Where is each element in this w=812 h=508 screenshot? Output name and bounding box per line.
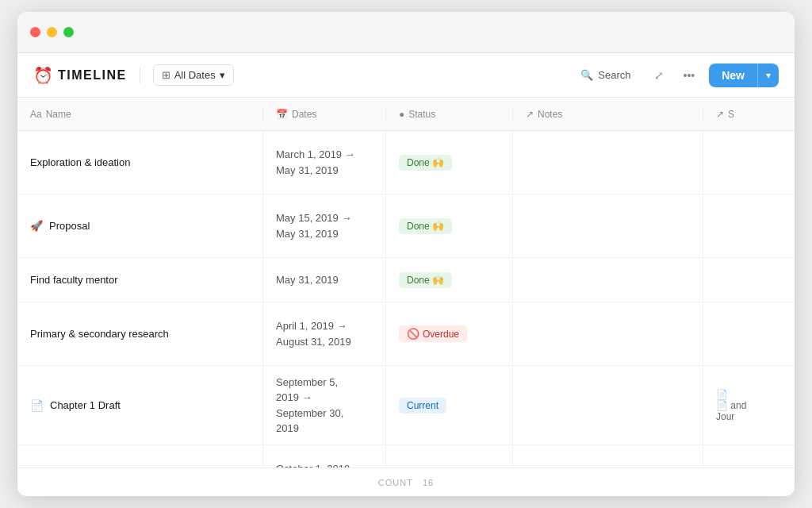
- cell-status-1: Done 🙌: [386, 131, 513, 194]
- status-badge-overdue: 🚫 Overdue: [399, 325, 467, 342]
- cell-s-1: [703, 131, 795, 194]
- cell-notes-4: [513, 302, 703, 365]
- cell-status-5: Current: [386, 366, 513, 444]
- cell-notes-5: [513, 366, 703, 444]
- col-dates-label: Dates: [292, 109, 316, 120]
- search-button[interactable]: 🔍 Search: [571, 64, 640, 86]
- cell-name-1: Exploration & ideation: [17, 131, 263, 194]
- titlebar: [17, 12, 795, 53]
- chevron-down-icon: ▾: [220, 69, 225, 81]
- minimize-button[interactable]: [47, 27, 57, 37]
- dropdown-arrow-icon: ▾: [766, 70, 771, 81]
- new-dropdown-button[interactable]: ▾: [757, 64, 779, 87]
- toolbar: ⏰ TIMELINE ⊞ All Dates ▾ 🔍 Search ⤢ ••• …: [17, 53, 795, 98]
- col-status-label: Status: [408, 109, 435, 120]
- proposal-icon: 🚀: [30, 220, 43, 232]
- table-row: Find faculty mentor May 31, 2019 Done 🙌: [17, 258, 795, 302]
- close-button[interactable]: [30, 27, 40, 37]
- row-4-name: Primary & secondary research: [30, 328, 169, 340]
- status-badge-done-1: Done 🙌: [399, 155, 452, 171]
- col-header-name[interactable]: Aa Name: [17, 109, 263, 120]
- cell-notes-6: [513, 445, 703, 468]
- search-label: Search: [598, 69, 630, 81]
- table-row: 📄 Chapter 2 Draft October 1, 2019 →Octob…: [17, 445, 795, 468]
- col-notes-label: Notes: [538, 109, 562, 120]
- doc-icon-1: 📄: [30, 399, 44, 412]
- col-header-status[interactable]: ● Status: [386, 109, 513, 120]
- new-button[interactable]: New: [709, 64, 757, 87]
- app-logo: ⏰ TIMELINE: [33, 66, 127, 85]
- s-arrow-icon: ↗: [716, 109, 724, 120]
- col-s-label: S: [728, 109, 734, 120]
- row-4-dates: April 1, 2019 →August 31, 2019: [276, 318, 351, 349]
- toolbar-divider: [140, 67, 140, 83]
- row-2-name: Proposal: [49, 220, 90, 232]
- cell-s-4: [703, 302, 795, 365]
- status-badge-done-3: Done 🙌: [399, 272, 452, 288]
- cell-notes-1: [513, 131, 703, 194]
- row-1-dates: March 1, 2019 →May 31, 2019: [276, 147, 355, 178]
- row-3-dates: May 31, 2019: [276, 272, 339, 288]
- cell-name-2: 🚀 Proposal: [17, 194, 263, 257]
- cell-name-5: 📄 Chapter 1 Draft: [17, 366, 263, 444]
- row-1-name: Exploration & ideation: [30, 156, 130, 168]
- expand-icon: ⤢: [654, 69, 664, 82]
- col-header-dates[interactable]: 📅 Dates: [263, 109, 386, 120]
- table-row: 🚀 Proposal May 15, 2019 →May 31, 2019 Do…: [17, 194, 795, 258]
- column-headers: Aa Name 📅 Dates ● Status ↗ Notes ↗ S: [17, 98, 795, 131]
- count-value: 16: [423, 478, 434, 487]
- footer: COUNT 16: [17, 468, 795, 496]
- all-dates-label: All Dates: [174, 69, 216, 81]
- col-header-notes[interactable]: ↗ Notes: [513, 109, 703, 120]
- cell-status-6: Upcoming: [386, 445, 513, 468]
- all-dates-button[interactable]: ⊞ All Dates ▾: [153, 64, 234, 86]
- cell-dates-5: September 5,2019 →September 30,2019: [263, 366, 386, 444]
- cell-dates-1: March 1, 2019 →May 31, 2019: [263, 131, 386, 194]
- row-5-name: Chapter 1 Draft: [50, 399, 121, 411]
- cell-dates-2: May 15, 2019 →May 31, 2019: [263, 194, 386, 257]
- cell-dates-3: May 31, 2019: [263, 258, 386, 302]
- row-5-dates: September 5,2019 →September 30,2019: [276, 375, 343, 437]
- cell-name-6: 📄 Chapter 2 Draft: [17, 445, 263, 468]
- cell-status-3: Done 🙌: [386, 258, 513, 302]
- grid-icon: ⊞: [162, 69, 170, 81]
- calendar-icon: 📅: [276, 109, 288, 120]
- app-window: ⏰ TIMELINE ⊞ All Dates ▾ 🔍 Search ⤢ ••• …: [17, 12, 795, 496]
- cell-s-3: [703, 258, 795, 302]
- row-5-s: 📄📄 andJour: [716, 389, 746, 422]
- more-button[interactable]: •••: [678, 64, 699, 87]
- col-header-s[interactable]: ↗ S: [703, 109, 795, 120]
- count-text: COUNT 16: [378, 478, 434, 487]
- new-button-group: New ▾: [709, 64, 779, 87]
- cell-s-2: [703, 194, 795, 257]
- cell-notes-3: [513, 258, 703, 302]
- status-badge-current: Current: [399, 398, 446, 414]
- table-row: Primary & secondary research April 1, 20…: [17, 302, 795, 366]
- expand-button[interactable]: ⤢: [649, 64, 668, 87]
- status-circle-icon: ●: [399, 109, 404, 120]
- overdue-icon: 🚫: [407, 328, 419, 340]
- traffic-lights: [30, 27, 74, 37]
- more-icon: •••: [683, 69, 695, 82]
- status-badge-done-2: Done 🙌: [399, 218, 452, 234]
- row-2-dates: May 15, 2019 →May 31, 2019: [276, 210, 351, 241]
- table-row: 📄 Chapter 1 Draft September 5,2019 →Sept…: [17, 366, 795, 445]
- cell-s-6: 📄 and: [703, 445, 795, 468]
- cell-dates-4: April 1, 2019 →August 31, 2019: [263, 302, 386, 365]
- cell-status-4: 🚫 Overdue: [386, 302, 513, 365]
- app-title: TIMELINE: [58, 68, 127, 83]
- table-body: Exploration & ideation March 1, 2019 →Ma…: [17, 131, 795, 468]
- maximize-button[interactable]: [63, 27, 74, 37]
- col-name-label: Name: [46, 109, 71, 120]
- app-icon: ⏰: [33, 66, 53, 85]
- text-icon: Aa: [30, 109, 42, 120]
- cell-status-2: Done 🙌: [386, 194, 513, 257]
- table-row: Exploration & ideation March 1, 2019 →Ma…: [17, 131, 795, 194]
- cell-name-3: Find faculty mentor: [17, 258, 263, 302]
- notes-arrow-icon: ↗: [526, 109, 534, 120]
- cell-name-4: Primary & secondary research: [17, 302, 263, 365]
- row-6-dates: October 1, 2019 →October 31, 2019: [276, 461, 363, 468]
- cell-notes-2: [513, 194, 703, 257]
- count-label: COUNT: [378, 478, 413, 487]
- cell-dates-6: October 1, 2019 →October 31, 2019: [263, 445, 386, 468]
